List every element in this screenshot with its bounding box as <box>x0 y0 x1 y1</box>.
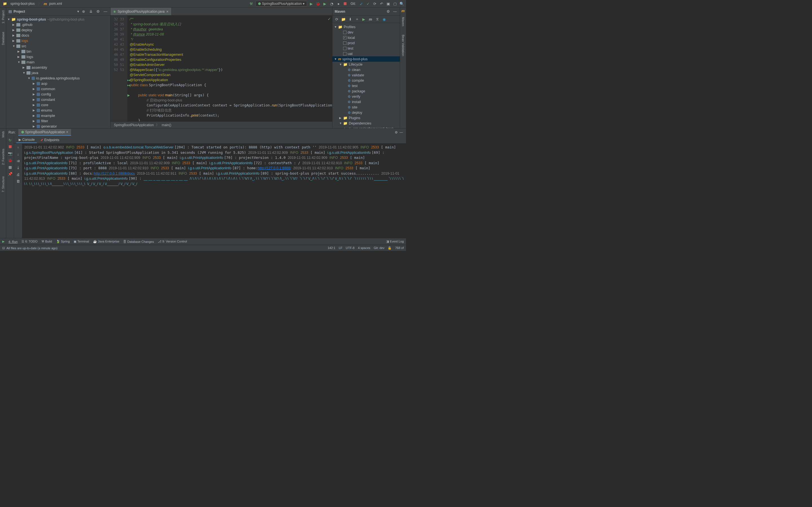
tree-row[interactable]: ▶logs <box>6 38 110 43</box>
maven-row[interactable]: ⚙validate <box>333 72 400 78</box>
maven-row[interactable]: ▼📁Profiles <box>333 24 400 30</box>
project-tree[interactable]: ▼📁 spring-boot-plus ~/github/spring-boot… <box>6 15 110 128</box>
coverage-icon[interactable]: ▶ <box>322 1 327 6</box>
layout-icon[interactable]: ▣ <box>386 1 391 6</box>
project-title[interactable]: Project <box>13 10 75 13</box>
stop-button[interactable] <box>343 1 348 6</box>
close-icon[interactable]: × <box>166 9 168 14</box>
git-history-icon[interactable]: ⟳ <box>372 1 377 6</box>
tree-row[interactable]: ▶core <box>6 102 110 108</box>
code-content[interactable]: /** * spring-boot-plus 项目启动入口 * @author … <box>128 15 332 121</box>
bottom-tab-build[interactable]: ⚒ Build <box>42 240 52 243</box>
tree-row[interactable]: ▶bin <box>6 49 110 54</box>
side-tab-database[interactable]: Database <box>1 30 5 47</box>
breadcrumb-file[interactable]: pom.xml <box>48 1 63 6</box>
maven-row[interactable]: ▼📁Lifecycle <box>333 62 400 67</box>
hide-icon[interactable]: — <box>103 9 108 14</box>
tree-row[interactable]: ▶deploy <box>6 27 110 33</box>
line-gutter[interactable]: 32 33 34 35 36 37 38 39 40 41 42 43 44 4… <box>110 15 128 121</box>
bottom-tab-java-enterprise[interactable]: ☕ Java Enterprise <box>93 240 119 243</box>
settings-icon[interactable]: ⚙ <box>96 9 101 14</box>
maven-icon[interactable]: m <box>368 17 373 22</box>
maven-row[interactable]: local <box>333 35 400 40</box>
collapse-icon[interactable]: ⇊ <box>88 9 93 14</box>
run-gutter-icon[interactable]: ▸▸ <box>128 83 131 87</box>
maven-row[interactable]: ▼mspring-boot-plus <box>333 56 400 62</box>
inspection-ok-icon[interactable]: ✓ <box>327 17 331 21</box>
skip-tests-icon[interactable]: ⧖ <box>375 17 380 22</box>
maven-row[interactable]: ▶⫼org.springframework.boot: <box>333 126 400 128</box>
tree-row[interactable]: ▶.github <box>6 22 110 27</box>
maven-row[interactable]: ⚙package <box>333 89 400 94</box>
event-log-button[interactable]: ◨ Event Log <box>386 240 404 243</box>
maven-row[interactable]: ⚙install <box>333 99 400 105</box>
indent[interactable]: 4 spaces <box>358 246 370 250</box>
maven-row[interactable]: ▼📁Dependencies <box>333 121 400 126</box>
maven-row[interactable]: ⚙compile <box>333 78 400 83</box>
rerun-icon[interactable]: ↻ <box>8 137 13 143</box>
maven-row[interactable]: test <box>333 46 400 51</box>
lock-icon[interactable]: 🔓 <box>388 246 392 250</box>
bottom-tab-todo[interactable]: ☰ 6: TODO <box>21 240 38 243</box>
add-icon[interactable]: ＋ <box>354 17 359 22</box>
scroll-icon[interactable]: ⤓ <box>15 165 20 170</box>
debug-icon[interactable]: 🐞 <box>8 158 13 163</box>
camera-icon[interactable]: 📷 <box>8 151 13 156</box>
side-tab-bean-validation[interactable]: Bean Validation <box>401 33 405 58</box>
tree-row[interactable]: ▼io.geekidea.springbootplus <box>6 75 110 81</box>
tree-row[interactable]: ▶aop <box>6 81 110 86</box>
tree-row[interactable]: ▶example <box>6 113 110 118</box>
profile-icon[interactable]: ◔ <box>329 1 334 6</box>
tree-row[interactable]: ▼java <box>6 70 110 75</box>
reimport-icon[interactable]: ⟳ <box>334 17 339 22</box>
target-icon[interactable]: ⊕ <box>81 9 86 14</box>
pin-icon[interactable]: 📌 <box>8 171 13 176</box>
tree-row[interactable]: ▼main <box>6 59 110 65</box>
maven-toggle-icon[interactable]: m <box>402 9 405 13</box>
line-ending[interactable]: LF <box>339 246 342 250</box>
breadcrumb-root[interactable]: spring-boot-plus <box>9 1 36 6</box>
maven-row[interactable]: prod <box>333 40 400 46</box>
caret-position[interactable]: 142:1 <box>327 246 336 250</box>
tree-row[interactable]: ▶constant <box>6 97 110 102</box>
wrap-icon[interactable]: ⇉ <box>15 158 20 163</box>
search-everywhere-icon[interactable]: 🔍 <box>399 1 404 6</box>
stop-button[interactable] <box>8 144 13 149</box>
maven-row[interactable]: dev <box>333 30 400 35</box>
presentation-icon[interactable]: ▢ <box>393 1 398 6</box>
side-tab-favorites[interactable]: 2: Favorites <box>1 147 5 166</box>
git-branch[interactable]: Git: dev <box>374 246 385 250</box>
clear-icon[interactable]: 🗑 <box>15 179 20 184</box>
endpoints-tab[interactable]: ⬈Endpoints <box>38 137 61 143</box>
maven-row[interactable]: ⚙clean <box>333 67 400 72</box>
build-icon[interactable]: ⚒ <box>249 1 254 6</box>
encoding[interactable]: UTF-8 <box>346 246 354 250</box>
down-icon[interactable]: ↓ <box>15 152 20 157</box>
tree-row[interactable]: ▶docs <box>6 33 110 38</box>
console-output[interactable]: 2019-11-01 11:42:02.902 INFO 2533 [ main… <box>22 144 406 238</box>
editor-tab-active[interactable]: ◉ SpringBootPlusApplication.java × <box>110 8 172 15</box>
chevron-down-icon[interactable]: ▾ <box>77 9 79 13</box>
memory-indicator[interactable]: 768 of <box>395 246 404 250</box>
tree-row[interactable]: ▶config <box>6 92 110 97</box>
maven-row[interactable]: ⚙test <box>333 83 400 89</box>
code-editor[interactable]: ✓ 32 33 34 35 36 37 38 39 40 41 42 43 44… <box>110 15 332 121</box>
side-tab-web[interactable]: Web <box>1 129 5 139</box>
maven-row[interactable]: ▶📁Plugins <box>333 115 400 121</box>
offline-icon[interactable]: ◉ <box>382 17 387 22</box>
maven-row[interactable]: ⚙deploy <box>333 110 400 115</box>
side-tab-structure[interactable]: 7: Structure <box>1 175 5 194</box>
console-tab[interactable]: ▶Console <box>16 137 37 143</box>
tree-row[interactable]: ▼src <box>6 43 110 49</box>
hide-icon[interactable]: — <box>399 130 404 135</box>
maven-row[interactable]: ⚙site <box>333 105 400 110</box>
run-icon[interactable]: ▶ <box>309 1 314 6</box>
attach-icon[interactable]: ● <box>336 1 341 6</box>
settings-icon[interactable]: ⚙ <box>386 9 391 14</box>
maven-tree[interactable]: ▼📁Profilesdevlocalprodtestuat▼mspring-bo… <box>333 23 400 128</box>
tree-row[interactable]: ▶common <box>6 86 110 92</box>
run-config-selector[interactable]: ⬢ SpringBootPlusApplication ▾ <box>255 1 307 6</box>
tree-row[interactable]: ▶assembly <box>6 65 110 70</box>
tree-row[interactable]: ▶logs <box>6 54 110 59</box>
generate-icon[interactable]: 📁 <box>341 17 346 22</box>
